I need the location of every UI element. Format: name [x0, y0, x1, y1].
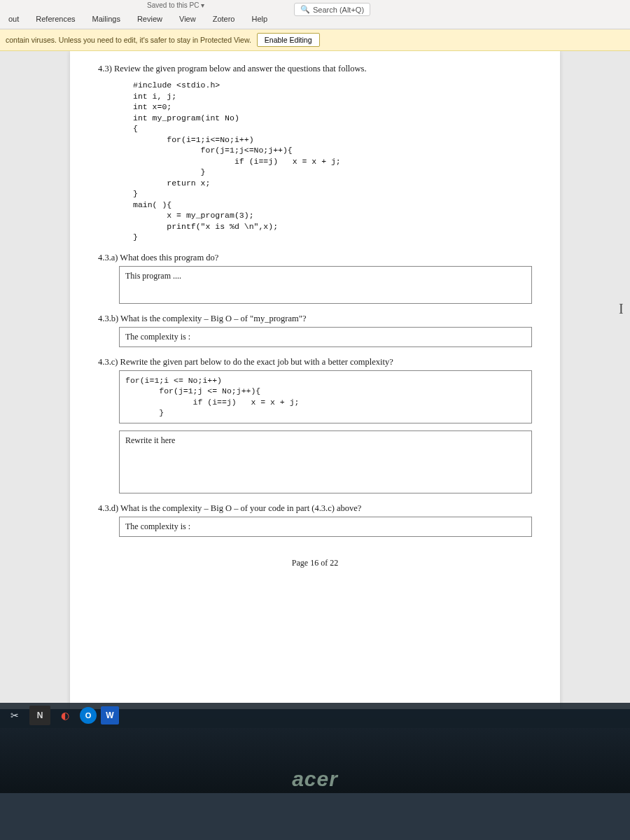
answer-a-text: This program ....: [125, 271, 181, 281]
question-4-3-a: 4.3.a) What does this program do?: [98, 253, 532, 263]
tab-help[interactable]: Help: [243, 10, 276, 29]
taskbar-app-office[interactable]: ◐: [55, 706, 76, 725]
tab-view[interactable]: View: [171, 10, 204, 29]
windows-taskbar: ✂ N ◐ O W: [0, 703, 630, 728]
taskbar-app-word[interactable]: W: [101, 706, 119, 724]
question-4-3: 4.3) Review the given program below and …: [98, 64, 532, 74]
enable-editing-button[interactable]: Enable Editing: [257, 33, 320, 47]
protected-view-msg: contain viruses. Unless you need to edit…: [6, 36, 251, 44]
answer-c-text: Rewrite it here: [125, 435, 175, 445]
answer-box-a[interactable]: This program ....: [119, 266, 532, 304]
tab-zotero[interactable]: Zotero: [204, 10, 244, 29]
answer-box-c[interactable]: Rewrite it here: [119, 430, 532, 493]
tab-out[interactable]: out: [0, 10, 27, 29]
tab-review[interactable]: Review: [129, 10, 171, 29]
document-canvas[interactable]: 4.3) Review the given program below and …: [0, 51, 630, 709]
question-4-3-b: 4.3.b) What is the complexity – Big O – …: [98, 314, 532, 324]
search-placeholder: Search (Alt+Q): [313, 6, 364, 14]
code-block-main: #include <stdio.h> int i, j; int x=0; in…: [133, 80, 532, 243]
question-4-3-c: 4.3.c) Rewrite the given part below to d…: [98, 357, 532, 368]
ribbon: Saved to this PC ▾ 🔍 Search (Alt+Q) out …: [0, 0, 630, 29]
protected-view-bar: contain viruses. Unless you need to edit…: [0, 29, 630, 51]
taskbar-app-outlook[interactable]: O: [80, 707, 97, 724]
question-4-3-d: 4.3.d) What is the complexity – Big O – …: [98, 503, 532, 514]
answer-b-text: The complexity is :: [125, 332, 190, 342]
laptop-brand-logo: acer: [0, 767, 630, 791]
ribbon-tabs: out References Mailings Review View Zote…: [0, 10, 276, 29]
answer-d-text: The complexity is :: [125, 522, 190, 531]
tab-references[interactable]: References: [27, 10, 83, 29]
snip-icon[interactable]: ✂: [4, 706, 25, 725]
cursor-ibeam: I: [619, 301, 627, 333]
tab-mailings[interactable]: Mailings: [84, 10, 129, 29]
page-number: Page 16 of 22: [98, 558, 532, 568]
title-autosave: Saved to this PC ▾: [147, 1, 204, 9]
answer-box-b[interactable]: The complexity is :: [119, 327, 532, 347]
search-icon: 🔍: [300, 5, 310, 14]
code-block-c: for(i=1;i <= No;i++) for(j=1;j <= No;j++…: [119, 370, 532, 424]
taskbar-app-n[interactable]: N: [29, 706, 50, 725]
search-box[interactable]: 🔍 Search (Alt+Q): [294, 3, 370, 16]
document-page: 4.3) Review the given program below and …: [70, 51, 560, 709]
answer-box-d[interactable]: The complexity is :: [119, 517, 532, 537]
